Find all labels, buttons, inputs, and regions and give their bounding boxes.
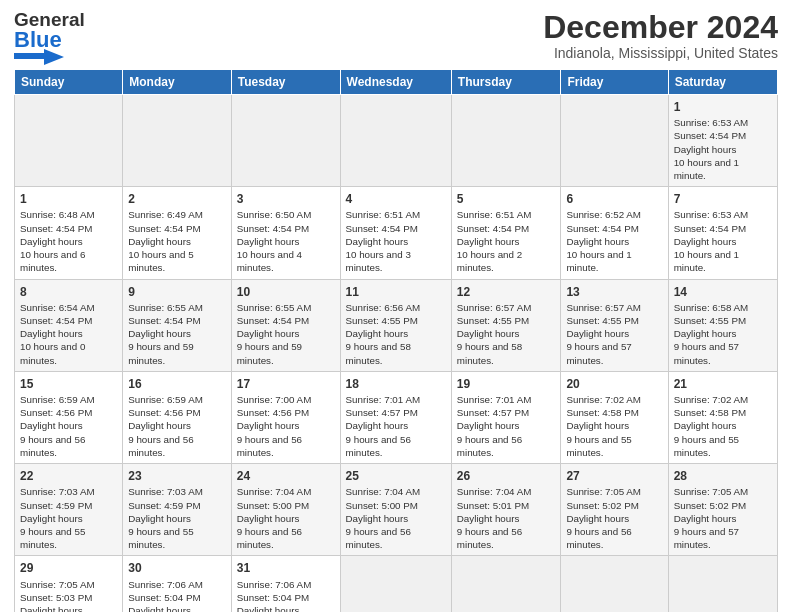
day-number: 27 — [566, 468, 662, 484]
day-number: 11 — [346, 284, 446, 300]
day-detail: Sunrise: 7:04 AMSunset: 5:01 PMDaylight … — [457, 485, 556, 551]
col-header-friday: Friday — [561, 70, 668, 95]
title-block: December 2024 Indianola, Mississippi, Un… — [543, 10, 778, 61]
logo-icon — [14, 47, 64, 65]
day-cell: 8Sunrise: 6:54 AMSunset: 4:54 PMDaylight… — [15, 279, 123, 371]
day-cell: 6Sunrise: 6:52 AMSunset: 4:54 PMDaylight… — [561, 187, 668, 279]
logo: General Blue — [14, 10, 85, 65]
day-detail: Sunrise: 7:02 AMSunset: 4:58 PMDaylight … — [566, 393, 662, 459]
day-detail: Sunrise: 6:52 AMSunset: 4:54 PMDaylight … — [566, 208, 662, 274]
day-cell: 2Sunrise: 6:49 AMSunset: 4:54 PMDaylight… — [123, 187, 231, 279]
day-cell: 7Sunrise: 6:53 AMSunset: 4:54 PMDaylight… — [668, 187, 777, 279]
day-cell: 9Sunrise: 6:55 AMSunset: 4:54 PMDaylight… — [123, 279, 231, 371]
subtitle: Indianola, Mississippi, United States — [543, 45, 778, 61]
day-number: 21 — [674, 376, 772, 392]
day-detail: Sunrise: 7:01 AMSunset: 4:57 PMDaylight … — [457, 393, 556, 459]
day-number: 7 — [674, 191, 772, 207]
day-number: 1 — [674, 99, 772, 115]
day-detail: Sunrise: 7:03 AMSunset: 4:59 PMDaylight … — [20, 485, 117, 551]
day-cell: 16Sunrise: 6:59 AMSunset: 4:56 PMDayligh… — [123, 371, 231, 463]
week-row-6: 29Sunrise: 7:05 AMSunset: 5:03 PMDayligh… — [15, 556, 778, 612]
day-detail: Sunrise: 6:55 AMSunset: 4:54 PMDaylight … — [237, 301, 335, 367]
day-number: 3 — [237, 191, 335, 207]
day-cell — [123, 95, 231, 187]
day-cell: 1Sunrise: 6:53 AMSunset: 4:54 PMDaylight… — [668, 95, 777, 187]
day-number: 25 — [346, 468, 446, 484]
day-cell: 20Sunrise: 7:02 AMSunset: 4:58 PMDayligh… — [561, 371, 668, 463]
week-row-1: 1Sunrise: 6:53 AMSunset: 4:54 PMDaylight… — [15, 95, 778, 187]
day-detail: Sunrise: 6:57 AMSunset: 4:55 PMDaylight … — [566, 301, 662, 367]
day-detail: Sunrise: 6:54 AMSunset: 4:54 PMDaylight … — [20, 301, 117, 367]
day-cell — [451, 556, 561, 612]
day-number: 8 — [20, 284, 117, 300]
day-cell: 28Sunrise: 7:05 AMSunset: 5:02 PMDayligh… — [668, 464, 777, 556]
day-cell: 18Sunrise: 7:01 AMSunset: 4:57 PMDayligh… — [340, 371, 451, 463]
svg-rect-1 — [14, 53, 46, 59]
col-header-thursday: Thursday — [451, 70, 561, 95]
week-row-3: 8Sunrise: 6:54 AMSunset: 4:54 PMDaylight… — [15, 279, 778, 371]
col-header-wednesday: Wednesday — [340, 70, 451, 95]
day-number: 15 — [20, 376, 117, 392]
day-detail: Sunrise: 7:06 AMSunset: 5:04 PMDaylight … — [237, 578, 335, 612]
day-detail: Sunrise: 6:49 AMSunset: 4:54 PMDaylight … — [128, 208, 225, 274]
day-detail: Sunrise: 7:05 AMSunset: 5:02 PMDaylight … — [674, 485, 772, 551]
page-container: General Blue December 2024 Indianola, Mi… — [0, 0, 792, 612]
day-cell: 5Sunrise: 6:51 AMSunset: 4:54 PMDaylight… — [451, 187, 561, 279]
day-cell — [340, 95, 451, 187]
day-detail: Sunrise: 6:50 AMSunset: 4:54 PMDaylight … — [237, 208, 335, 274]
day-cell: 14Sunrise: 6:58 AMSunset: 4:55 PMDayligh… — [668, 279, 777, 371]
column-headers: SundayMondayTuesdayWednesdayThursdayFrid… — [15, 70, 778, 95]
day-detail: Sunrise: 7:05 AMSunset: 5:02 PMDaylight … — [566, 485, 662, 551]
day-number: 1 — [20, 191, 117, 207]
day-detail: Sunrise: 6:58 AMSunset: 4:55 PMDaylight … — [674, 301, 772, 367]
day-number: 31 — [237, 560, 335, 576]
day-number: 28 — [674, 468, 772, 484]
header: General Blue December 2024 Indianola, Mi… — [14, 10, 778, 65]
day-number: 17 — [237, 376, 335, 392]
day-detail: Sunrise: 7:04 AMSunset: 5:00 PMDaylight … — [237, 485, 335, 551]
day-number: 14 — [674, 284, 772, 300]
day-number: 26 — [457, 468, 556, 484]
day-cell: 15Sunrise: 6:59 AMSunset: 4:56 PMDayligh… — [15, 371, 123, 463]
day-detail: Sunrise: 7:06 AMSunset: 5:04 PMDaylight … — [128, 578, 225, 612]
day-number: 9 — [128, 284, 225, 300]
day-cell: 4Sunrise: 6:51 AMSunset: 4:54 PMDaylight… — [340, 187, 451, 279]
day-detail: Sunrise: 6:53 AMSunset: 4:54 PMDaylight … — [674, 208, 772, 274]
svg-marker-0 — [44, 49, 64, 65]
day-cell — [561, 556, 668, 612]
day-cell: 13Sunrise: 6:57 AMSunset: 4:55 PMDayligh… — [561, 279, 668, 371]
day-cell — [340, 556, 451, 612]
day-detail: Sunrise: 6:55 AMSunset: 4:54 PMDaylight … — [128, 301, 225, 367]
day-cell: 26Sunrise: 7:04 AMSunset: 5:01 PMDayligh… — [451, 464, 561, 556]
col-header-monday: Monday — [123, 70, 231, 95]
day-number: 16 — [128, 376, 225, 392]
day-number: 22 — [20, 468, 117, 484]
day-cell: 21Sunrise: 7:02 AMSunset: 4:58 PMDayligh… — [668, 371, 777, 463]
day-detail: Sunrise: 6:59 AMSunset: 4:56 PMDaylight … — [128, 393, 225, 459]
col-header-saturday: Saturday — [668, 70, 777, 95]
day-number: 19 — [457, 376, 556, 392]
day-detail: Sunrise: 6:53 AMSunset: 4:54 PMDaylight … — [674, 116, 772, 182]
day-detail: Sunrise: 7:01 AMSunset: 4:57 PMDaylight … — [346, 393, 446, 459]
day-detail: Sunrise: 7:00 AMSunset: 4:56 PMDaylight … — [237, 393, 335, 459]
day-cell: 30Sunrise: 7:06 AMSunset: 5:04 PMDayligh… — [123, 556, 231, 612]
day-number: 12 — [457, 284, 556, 300]
day-detail: Sunrise: 6:51 AMSunset: 4:54 PMDaylight … — [457, 208, 556, 274]
day-cell: 22Sunrise: 7:03 AMSunset: 4:59 PMDayligh… — [15, 464, 123, 556]
day-number: 6 — [566, 191, 662, 207]
day-cell: 3Sunrise: 6:50 AMSunset: 4:54 PMDaylight… — [231, 187, 340, 279]
day-detail: Sunrise: 6:56 AMSunset: 4:55 PMDaylight … — [346, 301, 446, 367]
col-header-tuesday: Tuesday — [231, 70, 340, 95]
day-detail: Sunrise: 6:57 AMSunset: 4:55 PMDaylight … — [457, 301, 556, 367]
day-cell: 23Sunrise: 7:03 AMSunset: 4:59 PMDayligh… — [123, 464, 231, 556]
day-detail: Sunrise: 7:05 AMSunset: 5:03 PMDaylight … — [20, 578, 117, 612]
day-number: 23 — [128, 468, 225, 484]
day-cell: 24Sunrise: 7:04 AMSunset: 5:00 PMDayligh… — [231, 464, 340, 556]
calendar-table: SundayMondayTuesdayWednesdayThursdayFrid… — [14, 69, 778, 612]
day-detail: Sunrise: 7:02 AMSunset: 4:58 PMDaylight … — [674, 393, 772, 459]
day-cell — [451, 95, 561, 187]
day-number: 18 — [346, 376, 446, 392]
day-cell — [231, 95, 340, 187]
day-number: 4 — [346, 191, 446, 207]
day-cell: 17Sunrise: 7:00 AMSunset: 4:56 PMDayligh… — [231, 371, 340, 463]
